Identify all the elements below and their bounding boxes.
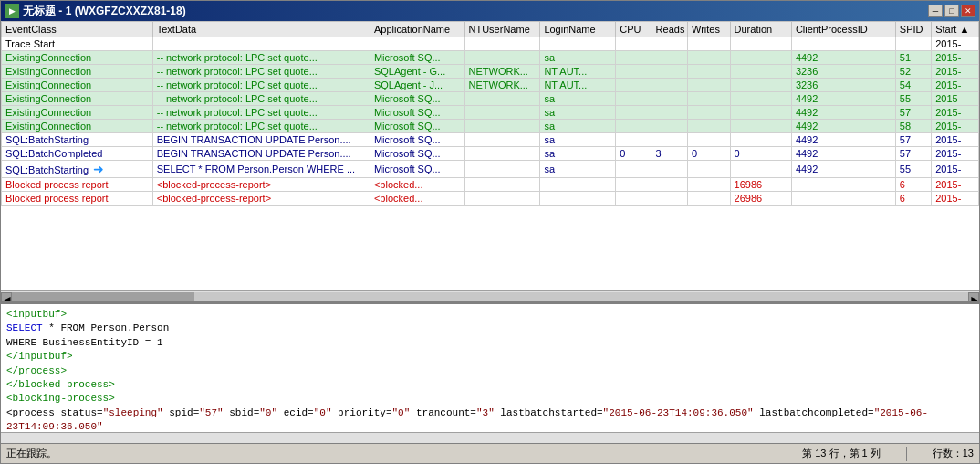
col-header-start[interactable]: Start ▲	[932, 22, 979, 37]
cell-ntUser	[464, 120, 540, 133]
table-row[interactable]: SQL:BatchStarting ➜SELECT * FROM Person.…	[2, 161, 979, 178]
close-button[interactable]: ✕	[961, 5, 975, 17]
minimize-button[interactable]: ─	[928, 5, 943, 17]
horizontal-scrollbar[interactable]: ◄ ►	[1, 290, 979, 301]
cell-start: 2015-	[932, 178, 979, 192]
scroll-track[interactable]	[12, 292, 968, 301]
table-row[interactable]: Blocked process report<blocked-process-r…	[2, 192, 979, 206]
col-header-appname[interactable]: ApplicationName	[370, 22, 464, 37]
cell-appName: Microsoft SQ...	[370, 51, 464, 65]
cell-start: 2015-	[932, 79, 979, 92]
cell-duration	[730, 161, 791, 178]
col-header-cpu[interactable]: CPU	[616, 22, 652, 37]
cell-loginName	[540, 192, 616, 206]
cell-start: 2015-	[932, 92, 979, 106]
table-row[interactable]: ExistingConnection-- network protocol: L…	[2, 51, 979, 65]
cell-spid: 55	[895, 161, 931, 178]
table-row[interactable]: SQL:BatchCompletedBEGIN TRANSACTION UPDA…	[2, 147, 979, 161]
table-body: Trace Start2015-ExistingConnection-- net…	[2, 37, 979, 206]
cell-start: 2015-	[932, 37, 979, 51]
table-row[interactable]: ExistingConnection-- network protocol: L…	[2, 120, 979, 133]
cell-duration: 26986	[730, 192, 791, 206]
code-line: <blocking-process>	[6, 392, 974, 406]
cell-appName: Microsoft SQ...	[370, 133, 464, 147]
cell-textData: BEGIN TRANSACTION UPDATE Person....	[152, 133, 370, 147]
col-header-loginname[interactable]: LoginName	[540, 22, 616, 37]
cell-reads	[652, 120, 687, 133]
code-area[interactable]: <inputbuf>SELECT * FROM Person.PersonWHE…	[1, 304, 979, 432]
cell-textData: SELECT * FROM Person.Person WHERE ...	[152, 161, 370, 178]
status-right: 第 13 行，第 1 列 行数：13	[802, 447, 974, 461]
cell-cpu	[616, 161, 652, 178]
grid-container[interactable]: EventClass TextData ApplicationName NTUs…	[1, 21, 979, 290]
col-header-reads[interactable]: Reads	[652, 22, 687, 37]
cell-writes: 0	[687, 147, 730, 161]
bottom-horizontal-scrollbar[interactable]	[1, 432, 979, 443]
cell-cpu	[616, 178, 652, 192]
scroll-thumb[interactable]	[12, 292, 194, 301]
cell-start: 2015-	[932, 192, 979, 206]
cell-textData: -- network protocol: LPC set quote...	[152, 51, 370, 65]
cell-appName: Microsoft SQ...	[370, 92, 464, 106]
col-header-textdata[interactable]: TextData	[152, 22, 370, 37]
cell-reads	[652, 106, 687, 120]
cell-writes	[687, 37, 730, 51]
cell-spid: 54	[895, 79, 931, 92]
cell-writes	[687, 192, 730, 206]
cell-appName: Microsoft SQ...	[370, 161, 464, 178]
cell-textData	[152, 37, 370, 51]
col-header-writes[interactable]: Writes	[687, 22, 730, 37]
table-row[interactable]: ExistingConnection-- network protocol: L…	[2, 106, 979, 120]
cell-cpu	[616, 120, 652, 133]
cell-clientPID: 4492	[791, 92, 895, 106]
cell-clientPID: 3236	[791, 79, 895, 92]
cell-duration	[730, 133, 791, 147]
cell-eventClass: ExistingConnection	[2, 92, 153, 106]
cell-reads: 3	[652, 147, 687, 161]
main-window: ▶ 无标题 - 1 (WXGFZCXXZX81-18) ─ □ ✕ EventC…	[0, 0, 980, 464]
cell-appName: Microsoft SQ...	[370, 120, 464, 133]
col-header-clientpid[interactable]: ClientProcessID	[791, 22, 895, 37]
cell-writes	[687, 133, 730, 147]
table-row[interactable]: ExistingConnection-- network protocol: L…	[2, 92, 979, 106]
cell-writes	[687, 79, 730, 92]
cell-reads	[652, 161, 687, 178]
cell-duration	[730, 51, 791, 65]
cell-spid: 57	[895, 106, 931, 120]
cell-spid: 57	[895, 147, 931, 161]
cell-textData: -- network protocol: LPC set quote...	[152, 79, 370, 92]
scroll-left-btn[interactable]: ◄	[1, 292, 12, 301]
cell-ntUser	[464, 178, 540, 192]
cell-cpu	[616, 51, 652, 65]
cell-spid: 6	[895, 178, 931, 192]
cell-ntUser	[464, 192, 540, 206]
col-header-duration[interactable]: Duration	[730, 22, 791, 37]
table-row[interactable]: Trace Start2015-	[2, 37, 979, 51]
col-header-ntuser[interactable]: NTUserName	[464, 22, 540, 37]
title-bar: ▶ 无标题 - 1 (WXGFZCXXZX81-18) ─ □ ✕	[1, 1, 979, 21]
bottom-panel: <inputbuf>SELECT * FROM Person.PersonWHE…	[1, 304, 979, 443]
cell-writes	[687, 178, 730, 192]
table-row[interactable]: Blocked process report<blocked-process-r…	[2, 178, 979, 192]
code-line: </process>	[6, 364, 974, 378]
window-title: 无标题 - 1 (WXGFZCXXZX81-18)	[23, 4, 186, 19]
scroll-right-btn[interactable]: ►	[968, 292, 979, 301]
cell-appName	[370, 37, 464, 51]
cell-ntUser: NETWORK...	[464, 65, 540, 79]
col-header-eventclass[interactable]: EventClass	[2, 22, 153, 37]
cell-spid: 55	[895, 92, 931, 106]
cell-eventClass: ExistingConnection	[2, 65, 153, 79]
cell-spid: 51	[895, 51, 931, 65]
cell-eventClass: SQL:BatchStarting ➜	[2, 161, 153, 178]
cell-start: 2015-	[932, 51, 979, 65]
cell-textData: <blocked-process-report>	[152, 192, 370, 206]
status-position: 第 13 行，第 1 列	[802, 447, 881, 460]
col-header-spid[interactable]: SPID	[895, 22, 931, 37]
maximize-button[interactable]: □	[944, 5, 959, 17]
table-row[interactable]: SQL:BatchStartingBEGIN TRANSACTION UPDAT…	[2, 133, 979, 147]
table-row[interactable]: ExistingConnection-- network protocol: L…	[2, 65, 979, 79]
app-icon: ▶	[5, 4, 19, 18]
cell-clientPID: 4492	[791, 106, 895, 120]
table-row[interactable]: ExistingConnection-- network protocol: L…	[2, 79, 979, 92]
cell-appName: <blocked...	[370, 178, 464, 192]
